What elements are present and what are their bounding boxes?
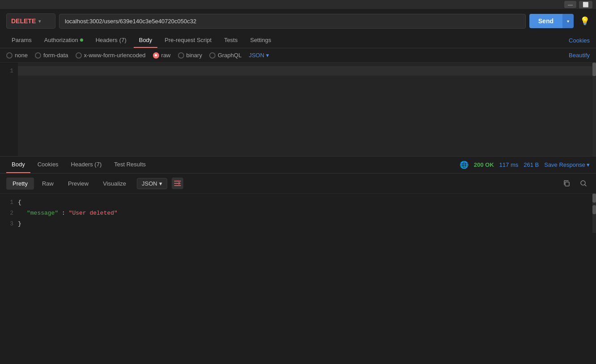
fmt-tab-pretty[interactable]: Pretty	[6, 178, 34, 190]
bulb-icon[interactable]: 💡	[580, 16, 590, 26]
tab-settings[interactable]: Settings	[245, 33, 276, 48]
json-format-label: JSON	[249, 52, 264, 59]
request-bar: DELETE ▾ Send ▾ 💡	[0, 9, 596, 33]
body-types-bar: none form-data x-www-form-urlencoded raw…	[0, 48, 596, 63]
response-meta: 🌐 200 OK 117 ms 261 B Save Response ▾	[460, 161, 590, 169]
fmt-tab-raw-label: Raw	[42, 180, 54, 187]
save-response-chevron: ▾	[587, 161, 590, 168]
editor-active-line	[18, 66, 596, 76]
editor-scrollbar-thumb	[592, 63, 596, 76]
tab-body-label: Body	[139, 37, 152, 43]
response-tabs-bar: Body Cookies Headers (7) Test Results 🌐 …	[0, 157, 596, 174]
save-response-button[interactable]: Save Response ▾	[544, 161, 590, 168]
open-brace: {	[18, 199, 21, 206]
radio-form-data[interactable]: form-data	[35, 52, 68, 59]
tab-params[interactable]: Params	[6, 33, 37, 48]
response-size: 261 B	[524, 161, 539, 168]
send-dropdown-button[interactable]: ▾	[562, 14, 574, 28]
request-tabs: Params Authorization Headers (7) Body Pr…	[0, 33, 596, 48]
resp-tab-body-label: Body	[12, 161, 25, 168]
cookies-link[interactable]: Cookies	[569, 37, 590, 44]
response-code-content: { "message" : "User deleted" }	[18, 197, 596, 229]
resp-tab-cookies[interactable]: Cookies	[32, 157, 64, 173]
method-select[interactable]: DELETE ▾	[6, 13, 55, 29]
response-time: 117 ms	[499, 161, 519, 168]
fmt-tab-raw[interactable]: Raw	[36, 178, 60, 190]
minimize-btn[interactable]: —	[564, 1, 576, 8]
radio-urlencoded-dot	[76, 52, 82, 59]
response-section: Body Cookies Headers (7) Test Results 🌐 …	[0, 157, 596, 233]
tab-pre-request[interactable]: Pre-request Script	[159, 33, 217, 48]
search-button[interactable]	[577, 177, 590, 190]
svg-rect-0	[565, 182, 569, 186]
response-format-selector[interactable]: JSON ▾	[137, 178, 167, 189]
fmt-tab-pretty-label: Pretty	[13, 180, 28, 187]
save-response-label: Save Response	[544, 161, 585, 168]
fmt-tab-preview[interactable]: Preview	[62, 178, 95, 190]
radio-graphql[interactable]: GraphQL	[209, 52, 241, 59]
radio-none-dot	[6, 52, 13, 59]
resp-tab-headers[interactable]: Headers (7)	[66, 157, 107, 173]
editor-scrollbar[interactable]	[592, 63, 596, 156]
tab-tests[interactable]: Tests	[219, 33, 243, 48]
top-bar: — ⬜	[0, 0, 596, 9]
globe-icon: 🌐	[460, 161, 469, 169]
radio-urlencoded[interactable]: x-www-form-urlencoded	[76, 52, 146, 59]
send-group: Send ▾	[529, 14, 574, 28]
radio-raw-label: raw	[161, 52, 171, 59]
radio-binary[interactable]: binary	[178, 52, 202, 59]
tab-pre-request-label: Pre-request Script	[165, 37, 211, 43]
send-button[interactable]: Send	[529, 14, 562, 28]
copy-button[interactable]	[560, 177, 573, 190]
response-format-label: JSON	[142, 180, 157, 187]
resp-tab-body[interactable]: Body	[6, 157, 30, 173]
resp-format-bar: Pretty Raw Preview Visualize JSON ▾	[0, 174, 596, 194]
resp-tab-test-results-label: Test Results	[114, 161, 146, 168]
tab-headers-label: Headers	[96, 37, 118, 43]
radio-raw[interactable]: raw	[153, 52, 171, 59]
response-scrollbar[interactable]	[592, 194, 596, 233]
tab-headers[interactable]: Headers (7)	[90, 33, 132, 48]
tab-authorization-label: Authorization	[44, 37, 78, 43]
response-format-chevron: ▾	[159, 180, 162, 187]
authorization-dot	[80, 38, 83, 42]
headers-badge: (7)	[119, 37, 127, 43]
json-format-selector[interactable]: JSON ▾	[249, 52, 269, 59]
request-editor[interactable]: 1	[0, 63, 596, 157]
code-key-message: "message"	[27, 210, 58, 216]
url-input[interactable]	[59, 14, 526, 29]
response-scrollbar-thumb-2	[592, 205, 596, 214]
editor-content[interactable]	[18, 63, 596, 156]
radio-urlencoded-label: x-www-form-urlencoded	[84, 52, 146, 59]
resp-tab-test-results[interactable]: Test Results	[109, 157, 151, 173]
tab-authorization[interactable]: Authorization	[39, 33, 89, 48]
chevron-down-icon: ▾	[38, 19, 41, 24]
response-line-numbers: 1 2 3	[0, 197, 18, 229]
radio-graphql-dot	[209, 52, 216, 59]
status-badge: 200 OK	[474, 161, 494, 168]
response-code-area: 1 2 3 { "message" : "User deleted" }	[0, 194, 596, 233]
radio-none-label: none	[15, 52, 28, 59]
response-scrollbar-thumb-1	[592, 194, 596, 203]
radio-none[interactable]: none	[6, 52, 28, 59]
code-value-message: "User deleted"	[69, 210, 118, 216]
radio-graphql-label: GraphQL	[218, 52, 241, 59]
code-line-3: }	[18, 219, 587, 229]
radio-binary-label: binary	[186, 52, 202, 59]
wrap-lines-icon[interactable]	[172, 178, 183, 189]
radio-binary-dot	[178, 52, 184, 59]
radio-form-data-dot	[35, 52, 41, 59]
fmt-tab-visualize[interactable]: Visualize	[97, 178, 132, 190]
editor-line-numbers: 1	[0, 63, 18, 156]
tab-params-label: Params	[12, 37, 32, 43]
maximize-btn[interactable]: ⬜	[579, 1, 592, 8]
code-line-1: {	[18, 197, 587, 208]
json-format-chevron: ▾	[266, 52, 269, 59]
resp-tab-cookies-label: Cookies	[38, 161, 59, 168]
beautify-link[interactable]: Beautify	[569, 52, 590, 59]
tab-body[interactable]: Body	[134, 33, 158, 48]
tab-tests-label: Tests	[224, 37, 237, 43]
resp-tab-headers-label: Headers (7)	[71, 161, 102, 168]
radio-raw-dot	[153, 52, 159, 59]
fmt-tab-visualize-label: Visualize	[103, 180, 126, 187]
